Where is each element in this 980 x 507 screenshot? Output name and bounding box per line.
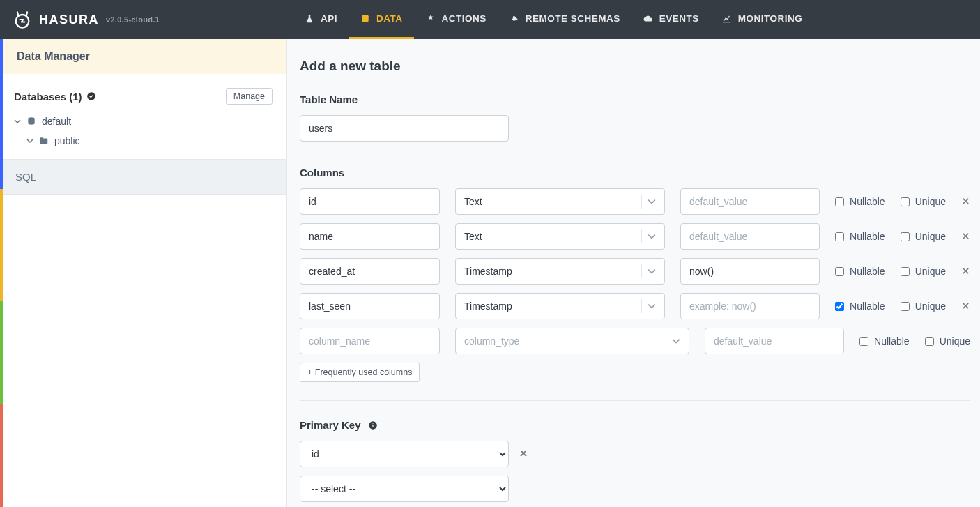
databases-heading[interactable]: Databases (1): [14, 91, 96, 103]
unique-checkbox[interactable]: [925, 337, 934, 346]
nav-events[interactable]: EVENTS: [631, 0, 710, 39]
column-name-input[interactable]: [300, 188, 440, 215]
remove-column-icon[interactable]: [961, 231, 970, 243]
unique-checkbox-group[interactable]: Unique: [901, 301, 946, 312]
column-row: TimestampNullableUnique: [300, 293, 970, 319]
chevron-down-icon: [641, 264, 656, 278]
nullable-checkbox[interactable]: [835, 302, 844, 311]
cloud-icon: [643, 13, 654, 24]
database-icon: [360, 13, 371, 24]
nav-remote-schemas[interactable]: REMOTE SCHEMAS: [498, 0, 631, 39]
plug-icon: [509, 13, 520, 24]
remove-column-icon[interactable]: [961, 196, 970, 208]
brand-version: v2.0.5-cloud.1: [106, 15, 160, 24]
column-type-select[interactable]: column_type: [455, 328, 689, 354]
nullable-checkbox[interactable]: [859, 337, 868, 346]
svg-rect-5: [372, 424, 373, 427]
check-circle-icon: [86, 91, 96, 101]
column-row: TimestampNullableUnique: [300, 258, 970, 285]
column-type-select[interactable]: Text: [455, 188, 665, 215]
nullable-checkbox-group[interactable]: Nullable: [859, 335, 910, 347]
column-name-input[interactable]: [300, 293, 440, 319]
chevron-down-icon: [641, 229, 656, 243]
column-name-input[interactable]: [300, 258, 440, 285]
remove-column-icon[interactable]: [961, 301, 970, 312]
svg-rect-6: [372, 423, 373, 423]
column-default-input[interactable]: [680, 258, 820, 285]
column-name-input[interactable]: [300, 328, 440, 354]
column-row: TextNullableUnique: [300, 188, 970, 215]
sidebar-title: Data Manager: [0, 39, 286, 74]
sql-nav[interactable]: SQL: [0, 159, 286, 195]
sidebar: Data Manager Databases (1) Manage defaul…: [0, 39, 287, 507]
sidebar-color-edge: [0, 39, 3, 507]
column-row: column_typeNullableUnique: [300, 328, 970, 354]
nullable-checkbox[interactable]: [835, 197, 844, 206]
column-default-input[interactable]: [705, 328, 844, 354]
remove-column-icon[interactable]: [961, 266, 970, 278]
flask-icon: [304, 13, 315, 24]
column-type-select[interactable]: Timestamp: [455, 293, 665, 319]
column-type-select[interactable]: Timestamp: [455, 258, 665, 285]
nav-actions[interactable]: ACTIONS: [414, 0, 498, 39]
nav-api[interactable]: API: [293, 0, 349, 39]
svg-point-2: [87, 92, 95, 100]
nullable-checkbox[interactable]: [835, 232, 844, 241]
tree-item-default[interactable]: default: [14, 112, 273, 131]
chart-icon: [721, 13, 733, 24]
nullable-checkbox-group[interactable]: Nullable: [835, 266, 885, 277]
frequently-used-columns-button[interactable]: + Frequently used columns: [300, 363, 420, 382]
brand-name: HASURA: [39, 13, 99, 27]
remove-pk-icon[interactable]: [519, 448, 528, 460]
nav-data[interactable]: DATA: [349, 0, 414, 39]
primary-key-select-1[interactable]: -- select --: [300, 476, 509, 502]
hasura-logo-icon: [13, 10, 32, 29]
primary-key-label: Primary Key: [300, 419, 970, 431]
unique-checkbox[interactable]: [901, 232, 910, 241]
chevron-down-icon: [14, 118, 21, 125]
brand-area: HASURA v2.0.5-cloud.1: [0, 10, 284, 29]
database-icon: [26, 116, 36, 126]
unique-checkbox[interactable]: [901, 197, 910, 206]
nav-monitoring[interactable]: MONITORING: [710, 0, 814, 39]
column-type-select[interactable]: Text: [455, 223, 665, 250]
unique-checkbox-group[interactable]: Unique: [901, 231, 946, 242]
unique-checkbox-group[interactable]: Unique: [901, 196, 946, 207]
unique-checkbox[interactable]: [901, 267, 910, 276]
column-row: TextNullableUnique: [300, 223, 970, 250]
chevron-down-icon: [666, 334, 680, 348]
column-name-input[interactable]: [300, 223, 440, 250]
unique-checkbox-group[interactable]: Unique: [901, 266, 946, 277]
table-name-input[interactable]: [300, 115, 509, 142]
manage-button[interactable]: Manage: [226, 88, 273, 105]
nullable-checkbox[interactable]: [835, 267, 844, 276]
info-icon[interactable]: [368, 421, 378, 430]
columns-label: Columns: [300, 167, 970, 179]
table-name-label: Table Name: [300, 93, 970, 105]
actions-icon: [425, 13, 436, 24]
tree-item-public[interactable]: public: [14, 131, 273, 151]
page-title: Add a new table: [300, 59, 970, 74]
column-default-input[interactable]: [680, 293, 820, 319]
chevron-down-icon: [641, 299, 656, 313]
nullable-checkbox-group[interactable]: Nullable: [835, 301, 885, 312]
unique-checkbox[interactable]: [901, 302, 910, 311]
unique-checkbox-group[interactable]: Unique: [925, 335, 970, 347]
chevron-down-icon: [641, 195, 656, 209]
folder-icon: [39, 136, 49, 146]
primary-key-select-0[interactable]: id: [300, 441, 509, 467]
nullable-checkbox-group[interactable]: Nullable: [835, 231, 885, 242]
column-default-input[interactable]: [680, 188, 820, 215]
top-nav: API DATA ACTIONS REMOTE SCHEMAS EVENTS M…: [284, 0, 813, 39]
nullable-checkbox-group[interactable]: Nullable: [835, 196, 885, 207]
column-default-input[interactable]: [680, 223, 820, 250]
chevron-down-icon: [26, 137, 33, 144]
